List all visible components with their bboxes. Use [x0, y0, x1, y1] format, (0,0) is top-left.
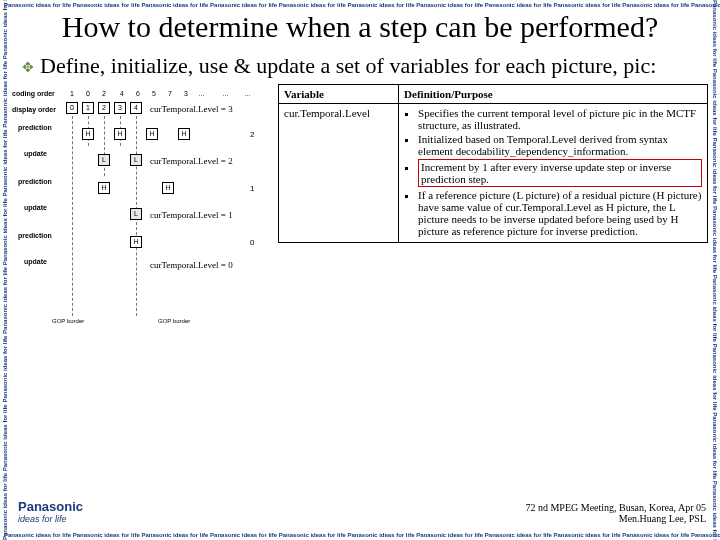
H-1: H [82, 128, 94, 140]
brand-name: Panasonic [18, 499, 83, 514]
L-2: L [130, 154, 142, 166]
label-pred-2: prediction [18, 178, 52, 185]
variable-table-wrap: Variable Definition/Purpose cur.Temporal… [278, 84, 708, 364]
L-3: L [130, 208, 142, 220]
dash-2 [104, 116, 105, 176]
page-title: How to determine when a step can be perf… [12, 10, 708, 45]
L-1: L [98, 154, 110, 166]
co-6: 7 [168, 90, 172, 97]
H-6: H [162, 182, 174, 194]
label-coding-order: coding order [12, 90, 55, 97]
do-box-1: 1 [82, 102, 94, 114]
label-upd-3: update [24, 258, 47, 265]
label-display-order: display order [12, 106, 56, 113]
co-9: … [222, 90, 229, 97]
lvl-1-num: 1 [250, 184, 254, 193]
ann-level-0: curTemporal.Level = 0 [150, 260, 233, 270]
variable-table: Variable Definition/Purpose cur.Temporal… [278, 84, 708, 243]
label-pred-3: prediction [18, 232, 52, 239]
co-1: 0 [86, 90, 90, 97]
def-item-2: Initialized based on Temporal.Level deri… [418, 133, 702, 157]
slide-body: How to determine when a step can be perf… [12, 10, 708, 530]
H-3: H [146, 128, 158, 140]
highlight-box: Increment by 1 after every inverse updat… [418, 159, 702, 187]
td-def: Specifies the current temporal level of … [399, 103, 708, 242]
dash-gop-left [72, 116, 73, 316]
H-4: H [178, 128, 190, 140]
def-item-4: If a reference picture (L picture) of a … [418, 189, 702, 237]
border-right: Panasonic ideas for life Panasonic ideas… [710, 0, 720, 540]
footer-logo: Panasonic ideas for life [18, 499, 83, 524]
co-7: 3 [184, 90, 188, 97]
bullet-icon: ✥ [22, 59, 34, 76]
footer-line-2: Men.Huang Lee, PSL [525, 513, 706, 524]
H-2: H [114, 128, 126, 140]
co-3: 4 [120, 90, 124, 97]
border-left: Panasonic ideas for life Panasonic ideas… [0, 0, 10, 540]
th-definition: Definition/Purpose [399, 84, 708, 103]
H-7: H [130, 236, 142, 248]
lvl-2-num: 2 [250, 130, 254, 139]
do-box-3: 3 [114, 102, 126, 114]
def-item-1: Specifies the current temporal level of … [418, 107, 702, 131]
th-variable: Variable [279, 84, 399, 103]
table-row: cur.Temporal.Level Specifies the current… [279, 103, 708, 242]
co-0: 1 [70, 90, 74, 97]
bullet-row: ✥ Define, initialize, use & update a set… [22, 53, 708, 78]
co-5: 5 [152, 90, 156, 97]
do-box-0: 0 [66, 102, 78, 114]
do-box-2: 2 [98, 102, 110, 114]
do-box-4: 4 [130, 102, 142, 114]
H-5: H [98, 182, 110, 194]
bullet-text: Define, initialize, use & update a set o… [40, 53, 656, 78]
co-10: … [244, 90, 251, 97]
gop-border-left: GOP border [52, 318, 84, 324]
label-upd-1: update [24, 150, 47, 157]
label-upd-2: update [24, 204, 47, 211]
ann-level-3: curTemporal.Level = 3 [150, 104, 233, 114]
co-8: … [198, 90, 205, 97]
td-var: cur.Temporal.Level [279, 103, 399, 242]
footer-note: 72 nd MPEG Meeting, Busan, Korea, Apr 05… [525, 502, 706, 524]
ann-level-1: curTemporal.Level = 1 [150, 210, 233, 220]
gop-border-right: GOP border [158, 318, 190, 324]
brand-tagline: ideas for life [18, 514, 83, 524]
border-bottom: Panasonic ideas for life Panasonic ideas… [0, 530, 720, 540]
footer-line-1: 72 nd MPEG Meeting, Busan, Korea, Apr 05 [525, 502, 706, 513]
ann-level-2: curTemporal.Level = 2 [150, 156, 233, 166]
label-pred-1: prediction [18, 124, 52, 131]
co-2: 2 [102, 90, 106, 97]
content-row: coding order 1 0 2 4 6 5 7 3 … … … displ… [12, 84, 708, 364]
mctf-diagram: coding order 1 0 2 4 6 5 7 3 … … … displ… [12, 84, 272, 364]
border-top: Panasonic ideas for life Panasonic ideas… [0, 0, 720, 10]
co-4: 6 [136, 90, 140, 97]
def-item-3: Increment by 1 after every inverse updat… [418, 159, 702, 187]
lvl-0-num: 0 [250, 238, 254, 247]
